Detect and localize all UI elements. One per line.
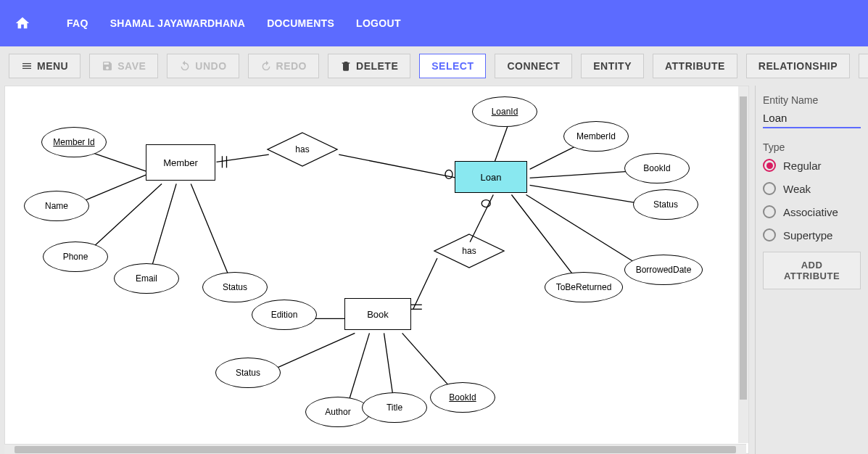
save-label: SAVE — [117, 60, 146, 72]
attr-member-id[interactable]: Member Id — [41, 127, 107, 157]
save-button: SAVE — [89, 54, 158, 78]
scrollbar-horizontal[interactable] — [4, 444, 746, 454]
save-icon — [102, 60, 113, 72]
select-button[interactable]: SELECT — [419, 54, 486, 78]
attr-loan-id[interactable]: LoanId — [472, 96, 537, 127]
connect-button[interactable]: CONNECT — [495, 54, 572, 78]
attr-bookid-book[interactable]: BookId — [430, 382, 495, 413]
svg-line-5 — [216, 154, 268, 162]
attr-author[interactable]: Author — [305, 397, 371, 427]
entity-button[interactable]: ENTITY — [581, 54, 644, 78]
type-weak[interactable]: Weak — [763, 182, 861, 195]
scrollbar-vertical[interactable] — [738, 86, 748, 443]
attr-name[interactable]: Name — [24, 191, 89, 221]
svg-line-13 — [493, 125, 508, 165]
type-label: Type — [763, 141, 861, 153]
type-associative[interactable]: Associative — [763, 205, 861, 218]
radio-icon — [763, 182, 776, 195]
attr-tobereturned[interactable]: ToBeReturned — [545, 272, 623, 302]
menu-button[interactable]: MENU — [9, 54, 80, 78]
label-button[interactable]: LABEL — [859, 54, 868, 78]
svg-line-8 — [339, 154, 457, 178]
undo-icon — [179, 60, 191, 72]
delete-button[interactable]: DELETE — [328, 54, 410, 78]
entity-book[interactable]: Book — [344, 298, 411, 330]
canvas[interactable]: Member Loan Book has has Member Id Name … — [4, 86, 749, 454]
type-supertype[interactable]: Supertype — [763, 228, 861, 242]
rel-has-1[interactable]: has — [266, 131, 339, 168]
radio-icon — [763, 228, 776, 242]
attr-email[interactable]: Email — [114, 263, 179, 294]
redo-label: REDO — [276, 60, 307, 72]
attribute-button[interactable]: ATTRIBUTE — [653, 54, 737, 78]
menu-icon — [21, 60, 33, 72]
rel-has-2[interactable]: has — [433, 233, 505, 269]
add-attribute-button[interactable]: ADD ATTRIBUTE — [763, 252, 861, 289]
home-icon[interactable] — [15, 15, 30, 31]
nav-documents[interactable]: DOCUMENTS — [267, 17, 334, 29]
entity-member[interactable]: Member — [146, 144, 215, 181]
attr-status-loan[interactable]: Status — [633, 189, 698, 220]
relationship-button[interactable]: RELATIONSHIP — [746, 54, 850, 78]
attr-bookid-loan[interactable]: BookId — [624, 153, 690, 183]
rel-has2-label: has — [462, 246, 476, 256]
nav-user[interactable]: SHAMAL JAYAWARDHANA — [110, 17, 245, 29]
delete-label: DELETE — [356, 60, 398, 72]
entity-loan[interactable]: Loan — [455, 161, 527, 193]
radio-icon — [763, 205, 776, 218]
attr-memberid[interactable]: MemberId — [563, 121, 629, 152]
undo-button: UNDO — [167, 54, 239, 78]
radio-icon — [763, 159, 776, 172]
nav-faq[interactable]: FAQ — [67, 17, 88, 29]
trash-icon — [340, 60, 352, 72]
attr-edition[interactable]: Edition — [252, 300, 317, 330]
undo-label: UNDO — [195, 60, 226, 72]
attr-borroweddate[interactable]: BorrowedDate — [624, 255, 703, 285]
menu-label: MENU — [37, 60, 68, 72]
nav-logout[interactable]: LOGOUT — [356, 17, 401, 29]
attr-status-book[interactable]: Status — [215, 358, 281, 388]
rel-has1-label: has — [295, 144, 309, 154]
type-regular[interactable]: Regular — [763, 159, 861, 172]
svg-line-15 — [530, 170, 640, 178]
entity-name-input[interactable] — [763, 109, 861, 128]
redo-icon — [260, 60, 272, 72]
attr-title[interactable]: Title — [362, 392, 427, 423]
redo-button: REDO — [248, 54, 319, 78]
entity-name-label: Entity Name — [763, 94, 861, 106]
properties-panel: Entity Name Type Regular Weak Associativ… — [755, 86, 868, 454]
attr-phone[interactable]: Phone — [43, 242, 108, 272]
attr-status-member[interactable]: Status — [202, 272, 268, 302]
